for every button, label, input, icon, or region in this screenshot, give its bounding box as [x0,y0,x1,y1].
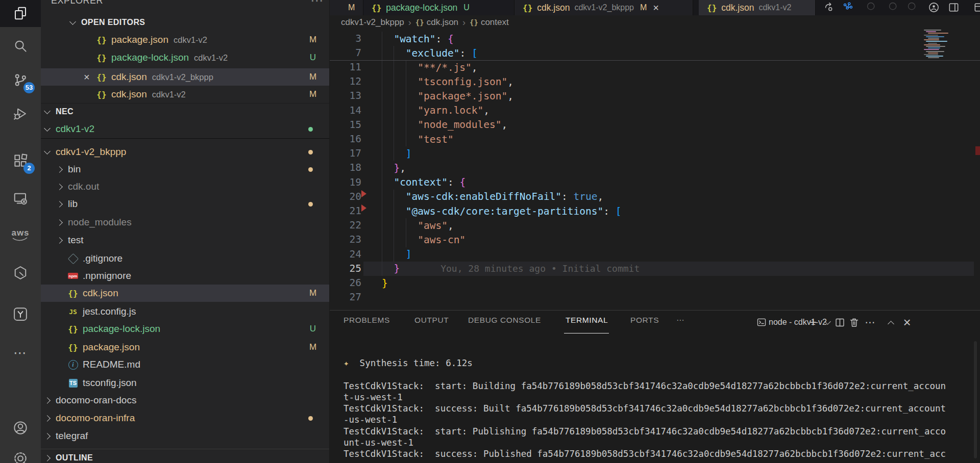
code-line-11: "**/*.js", [418,60,477,74]
tree-item-cdkv1-v2_bkppp[interactable]: cdkv1-v2_bkppp [41,143,329,161]
line-number: 11 [330,60,361,74]
tree-item-bin[interactable]: bin [41,161,329,178]
faded-icon-1[interactable] [866,2,876,12]
close-icon[interactable]: × [653,3,659,13]
activitybar-explorer-icon[interactable] [0,0,41,28]
terminal-dropdown-chevron-icon[interactable] [821,315,834,330]
terminal-icon [756,317,767,327]
tree-item-cdkv1-v2[interactable]: cdkv1-v2 [41,120,329,138]
minimap[interactable] [922,30,950,60]
breadcrumb-item[interactable]: context [481,17,509,28]
open-editor-package-lock.json[interactable]: {} package-lock.json cdkv1-v2 U [41,49,329,66]
tree-item-cdk.out[interactable]: cdk.out [41,178,329,195]
tree-item-telegraf[interactable]: telegraf [41,427,329,445]
sticky-scroll-border [330,60,980,61]
tree-item-test[interactable]: test [41,232,329,249]
activitybar-extensions-icon[interactable]: 2 [0,146,41,175]
line-number: 13 [330,89,361,103]
line-number: 15 [330,118,361,132]
overview-ruler-mark [975,146,980,155]
tree-item-package-lock.json[interactable]: {} package-lock.jsonU [41,320,329,338]
tree-item-node_modules[interactable]: node_modules [41,214,329,231]
editor-tab-cdk.json[interactable]: {} cdk.jsoncdkv1-v2_bkpppM× [514,0,693,15]
open-editor-cdk.json[interactable]: {} cdk.json cdkv1-v2 M [41,86,329,103]
tree-item-tsconfig.json[interactable]: TS tsconfig.json [41,374,329,392]
tree-item-lib[interactable]: lib [41,195,329,213]
editor-tab-cdk.json[interactable]: {} cdk.jsoncdkv1-v2 [699,0,816,15]
line-number: 24 [330,247,361,262]
activitybar-remote-explorer-icon[interactable] [0,184,41,213]
tree-item-cdk.json[interactable]: {} cdk.jsonM [41,285,329,302]
activitybar-y-tool-icon[interactable] [0,300,41,328]
tree-item-.gitignore[interactable]: .gitignore [41,250,329,267]
code-line-15: "node_modules", [418,118,507,132]
more-actions-icon[interactable]: ⋯ [864,315,877,330]
tree-item-.npmignore[interactable]: npm .npmignore [41,267,329,285]
git-status-badge: M [305,288,321,298]
ai-graph-icon[interactable] [842,2,853,13]
activitybar-account-icon[interactable] [0,414,41,442]
open-changes-icon[interactable] [823,2,835,13]
faded-icon-2[interactable] [888,2,898,12]
panel-tab-⋯[interactable]: ⋯ [676,316,684,325]
editor-tab-package-lock.json[interactable]: {} package-lock.jsonU [363,0,514,15]
tree-item-README.md[interactable]: i README.md [41,356,329,373]
line-number: 17 [330,146,361,161]
activitybar-source-control-icon[interactable]: 53 [0,66,41,94]
breadcrumb[interactable]: cdkv1-v2_bkppp›{}cdk.json›{}context [341,15,509,30]
terminal-scrollbar[interactable] [974,341,977,458]
code-line-26: } [382,276,388,290]
terminal-line: TestCdkV1Stack: success: Published fa54b… [344,449,946,459]
partial-edge-icon[interactable] [973,2,980,13]
close-panel-icon[interactable]: × [900,315,914,330]
tree-item-package.json[interactable]: {} package.jsonM [41,339,329,356]
badge: 2 [23,163,35,174]
activitybar-search-icon[interactable] [0,32,41,60]
git-status-badge: U [305,53,321,63]
outline-header[interactable]: OUTLINE [41,449,329,463]
tree-item-docomo-oran-docs[interactable]: docomo-oran-docs [41,392,329,409]
code-line-21: "@aws-cdk/core:target-partitions": [ [406,204,622,218]
panel-tab-output[interactable]: OUTPUT [414,316,449,325]
line-number: 22 [330,218,361,233]
code-line-22: "aws", [418,218,453,233]
code-line-17: ] [406,146,412,161]
tree-item-docomo-oran-infra[interactable]: docomo-oran-infra [41,409,329,427]
breadcrumb-item[interactable]: cdkv1-v2_bkppp [341,17,404,28]
faded-icon-3[interactable] [907,2,917,12]
activitybar-hexagon-tool-icon[interactable] [0,259,41,287]
open-editor-package.json[interactable]: {} package.json cdkv1-v2 M [41,31,329,48]
activitybar-more-actions-icon[interactable]: ⋯ [0,339,41,367]
breadcrumb-separator: › [408,17,411,28]
line-number: 7 [330,46,361,60]
panel-tab-ports[interactable]: PORTS [630,316,659,325]
git-deleted-marker [361,204,366,212]
editor-tab-partial[interactable]: M [330,0,363,15]
layout-icon[interactable] [948,2,960,13]
close-icon[interactable]: × [84,72,90,82]
breadcrumb-item[interactable]: cdk.json [427,17,458,28]
code-line-24: ] [406,247,412,262]
code-line-19: "context": { [394,175,465,190]
split-terminal-icon[interactable] [833,315,846,330]
tree-item-jest.config.js[interactable]: JS jest.config.js [41,303,329,320]
workspace-header[interactable]: NEC [41,103,329,120]
json-icon: {} [470,18,478,27]
panel-tab-problems[interactable]: PROBLEMS [344,316,390,325]
activitybar-run-and-debug-icon[interactable] [0,99,41,128]
panel-tab-debug-console[interactable]: DEBUG CONSOLE [468,316,541,325]
line-number: 25 [330,262,361,276]
maximize-panel-chevron-icon[interactable] [884,315,897,330]
badge: 53 [23,82,35,93]
activitybar-settings-gear-icon[interactable] [0,444,41,463]
panel-tab-terminal[interactable]: TERMINAL [566,316,608,325]
open-editors-header[interactable]: OPEN EDITORS [41,14,329,31]
explorer-actions-icon[interactable]: ⋯ [310,0,325,9]
kill-terminal-trash-icon[interactable] [847,315,861,330]
new-terminal-plus-icon[interactable]: + [806,315,820,330]
vscode-window: 53 2 aws ⋯ [0,0,980,463]
account-ring-icon[interactable] [928,2,940,13]
activitybar-aws-toolkit-icon[interactable]: aws [0,221,41,249]
open-editor-cdk.json[interactable]: × {} cdk.json cdkv1-v2_bkppp M [41,68,329,86]
sidebar-title: EXPLORER [51,0,103,6]
